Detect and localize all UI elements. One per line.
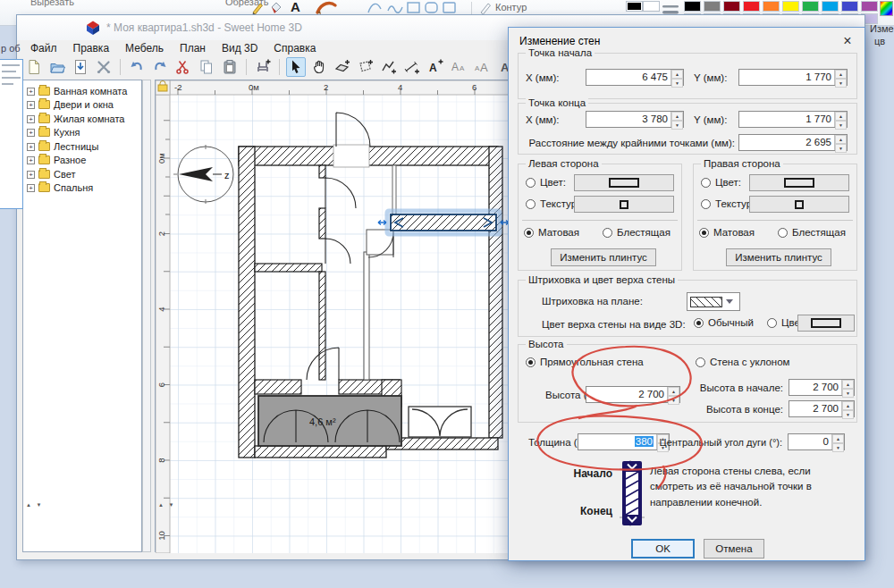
create-rooms-icon[interactable] bbox=[356, 57, 375, 77]
redo-icon[interactable] bbox=[150, 57, 170, 77]
left-texture-button[interactable] bbox=[574, 196, 674, 213]
close-icon[interactable]: × bbox=[838, 31, 857, 51]
right-glossy-radio[interactable]: Блестящая bbox=[778, 227, 846, 238]
top-color-default-radio[interactable]: Обычный bbox=[694, 317, 754, 328]
palette-swatch[interactable] bbox=[763, 1, 780, 12]
palette-swatch[interactable] bbox=[743, 1, 760, 12]
new-document-icon[interactable] bbox=[24, 57, 44, 77]
right-matte-radio[interactable]: Матовая bbox=[699, 227, 755, 238]
expand-icon[interactable]: + bbox=[27, 101, 35, 109]
catalog-category-lights[interactable]: +Свет bbox=[27, 168, 75, 181]
edit-colors-icon[interactable] bbox=[880, 1, 893, 16]
expand-icon[interactable]: + bbox=[27, 184, 35, 192]
palette-swatch[interactable] bbox=[723, 1, 740, 12]
cut-icon[interactable] bbox=[173, 57, 193, 77]
catalog-category-kitchen[interactable]: +Кухня bbox=[27, 126, 80, 139]
palette-swatch[interactable] bbox=[704, 1, 721, 12]
catalog-category-doors-windows[interactable]: +Двери и окна bbox=[27, 98, 114, 111]
top-color-button[interactable] bbox=[797, 315, 855, 332]
height-start-spinner[interactable]: 2 700 bbox=[789, 379, 855, 396]
floor-plan-canvas[interactable]: z bbox=[156, 80, 510, 553]
menu-furniture[interactable]: Мебель bbox=[117, 42, 172, 55]
contour-pencil-icon[interactable] bbox=[479, 2, 493, 15]
create-dimensions-icon[interactable] bbox=[402, 57, 422, 77]
left-color-radio[interactable]: Цвет: bbox=[526, 177, 566, 188]
palette-swatch[interactable] bbox=[684, 1, 701, 12]
distance-spinner[interactable]: 2 695 bbox=[738, 134, 848, 151]
palette-swatch[interactable] bbox=[841, 1, 858, 12]
left-matte-radio[interactable]: Матовая bbox=[524, 227, 579, 238]
create-walls-icon[interactable] bbox=[333, 57, 352, 77]
cut-tool-label[interactable]: Вырезать bbox=[30, 0, 74, 7]
x-start-spinner[interactable]: 6 475 bbox=[586, 69, 684, 86]
plan-panel[interactable]: z bbox=[155, 80, 509, 552]
catalog-category-miscellaneous[interactable]: +Разное bbox=[27, 154, 86, 166]
expand-icon[interactable]: + bbox=[27, 88, 35, 96]
menu-view3d[interactable]: Вид 3D bbox=[214, 42, 266, 55]
right-color-radio[interactable]: Цвет: bbox=[701, 177, 741, 188]
page-setup-icon[interactable] bbox=[94, 57, 114, 77]
height-end-spinner[interactable]: 2 700 bbox=[789, 400, 855, 417]
secondary-color-well[interactable] bbox=[643, 1, 660, 12]
pattern-dropdown[interactable] bbox=[687, 292, 740, 311]
create-polylines-icon[interactable] bbox=[379, 57, 399, 77]
window-bottom-right[interactable] bbox=[409, 407, 471, 437]
ink-tool-icon[interactable] bbox=[269, 1, 283, 15]
select-tool-icon[interactable] bbox=[286, 57, 306, 77]
catalog-category-living-room[interactable]: +Жилая комната bbox=[27, 113, 124, 125]
save-icon[interactable] bbox=[71, 57, 90, 77]
contour-label[interactable]: Контур bbox=[495, 2, 527, 13]
sloping-wall-radio[interactable]: Стена с уклоном bbox=[696, 357, 790, 367]
catalog-category-bathroom[interactable]: +Ванная комната bbox=[27, 85, 127, 97]
left-glossy-radio[interactable]: Блестящая bbox=[603, 227, 670, 238]
expand-icon[interactable]: + bbox=[27, 156, 35, 164]
add-text-icon[interactable]: A bbox=[426, 57, 445, 77]
right-baseboard-button[interactable]: Изменить плинтус bbox=[726, 248, 831, 266]
ruler-corner-lock-icon[interactable] bbox=[156, 80, 170, 95]
left-baseboard-button[interactable]: Изменить плинтус bbox=[551, 248, 656, 266]
selected-wall[interactable] bbox=[378, 211, 509, 234]
cancel-button[interactable]: Отмена bbox=[704, 539, 764, 559]
palette-swatch[interactable] bbox=[861, 1, 878, 12]
x-end-spinner[interactable]: 3 780 bbox=[586, 111, 684, 128]
plan-scroll-arrows[interactable]: ▲ ▼ bbox=[158, 502, 176, 508]
expand-icon[interactable]: + bbox=[27, 129, 35, 137]
decrease-text-size-icon[interactable]: AA bbox=[449, 57, 468, 77]
rectangular-wall-radio[interactable]: Прямоугольная стена bbox=[526, 357, 644, 367]
menu-plan[interactable]: План bbox=[172, 42, 214, 55]
right-color-button[interactable] bbox=[749, 174, 849, 191]
undo-icon[interactable] bbox=[127, 57, 147, 77]
palette-swatch[interactable] bbox=[822, 1, 839, 12]
expand-icon[interactable]: + bbox=[27, 143, 35, 151]
catalog-category-staircases[interactable]: +Лестницы bbox=[27, 140, 98, 153]
catalog-scrollbar[interactable] bbox=[142, 80, 151, 552]
increase-text-size-icon[interactable]: AA bbox=[472, 57, 492, 77]
svg-text:A: A bbox=[429, 62, 437, 74]
menu-help[interactable]: Справка bbox=[266, 42, 324, 55]
copy-icon[interactable] bbox=[197, 57, 216, 77]
catalog-scroll-arrows[interactable]: ▲ ▼ bbox=[26, 502, 44, 508]
furniture-catalog-panel[interactable]: +Ванная комната +Двери и окна +Жилая ком… bbox=[22, 80, 142, 552]
menu-edit[interactable]: Правка bbox=[65, 42, 118, 55]
expand-icon[interactable]: + bbox=[27, 171, 35, 179]
text-tool-icon[interactable]: A bbox=[291, 0, 300, 14]
menu-file[interactable]: Файл bbox=[22, 42, 65, 55]
add-furniture-icon[interactable] bbox=[253, 57, 273, 77]
balcony-room[interactable]: 4,6 м² bbox=[258, 396, 401, 446]
y-end-spinner[interactable]: 1 770 bbox=[738, 111, 848, 128]
height-spinner[interactable]: 2 700 bbox=[586, 386, 680, 403]
catalog-category-bedroom[interactable]: +Спальня bbox=[27, 181, 93, 194]
primary-color-well[interactable] bbox=[626, 1, 643, 12]
y-start-spinner[interactable]: 1 770 bbox=[738, 69, 848, 86]
expand-icon[interactable]: + bbox=[27, 115, 35, 123]
pan-tool-icon[interactable] bbox=[309, 57, 329, 77]
paste-icon[interactable] bbox=[220, 57, 240, 77]
ok-button[interactable]: OK bbox=[631, 539, 695, 559]
right-texture-button[interactable] bbox=[749, 196, 849, 213]
arc-angle-spinner[interactable]: 0 bbox=[788, 433, 845, 450]
open-icon[interactable] bbox=[47, 57, 67, 77]
pencil-icon[interactable] bbox=[250, 1, 265, 15]
left-color-button[interactable] bbox=[574, 174, 674, 191]
palette-swatch[interactable] bbox=[782, 1, 799, 12]
palette-swatch[interactable] bbox=[802, 1, 819, 12]
